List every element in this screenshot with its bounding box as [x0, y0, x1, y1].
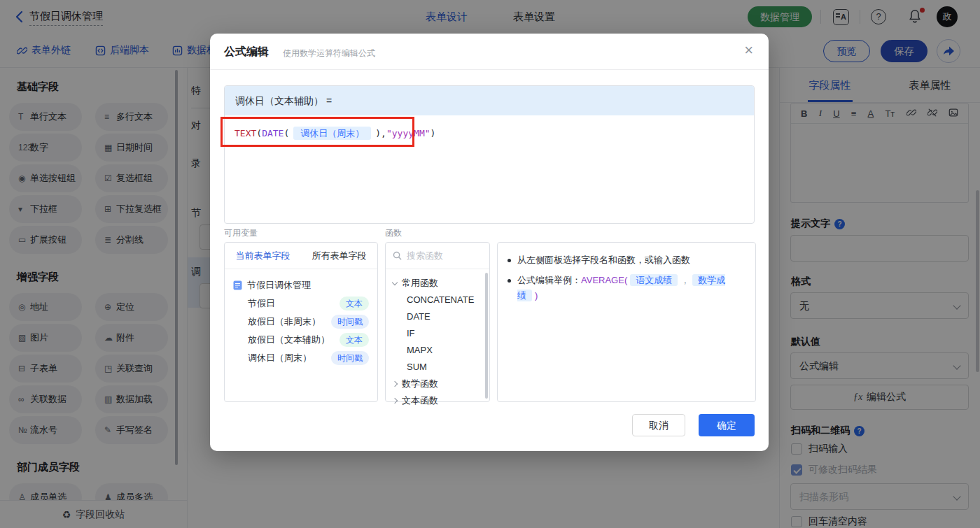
- help-bullet-1: 从左侧面板选择字段名和函数，或输入函数: [507, 252, 746, 268]
- function-search-input[interactable]: [407, 250, 477, 261]
- formula-token: TEXT: [234, 128, 256, 138]
- field-name: 调休日（周末）: [248, 352, 312, 364]
- variables-panel: 当前表单字段 所有表单字段 节假日调休管理 节假日文本放假日（非周末）时间戳放假…: [224, 242, 378, 402]
- formula-token: (: [284, 128, 289, 138]
- cancel-button[interactable]: 取消: [632, 414, 685, 436]
- formula-help-panel: 从左侧面板选择字段名和函数，或输入函数 公式编辑举例：AVERAGE(语文成绩，…: [497, 242, 756, 402]
- function-item[interactable]: SUM: [393, 359, 489, 376]
- formula-token: ): [375, 128, 381, 138]
- function-search[interactable]: [386, 243, 489, 269]
- functions-panel: 常用函数CONCATENATEDATEIFMAPXSUM数学函数文本函数: [385, 242, 490, 402]
- document-icon: [233, 280, 242, 290]
- variables-tabs: 当前表单字段 所有表单字段: [225, 243, 377, 269]
- formula-field-chip[interactable]: 调休日（周末）: [293, 127, 371, 140]
- formula-token: ,: [381, 128, 386, 138]
- function-group[interactable]: 数学函数: [393, 376, 489, 392]
- help-bullet-2: 公式编辑举例：AVERAGE(语文成绩，数学成绩): [507, 273, 746, 304]
- function-group-name: 文本函数: [402, 394, 438, 407]
- function-list: 常用函数CONCATENATEDATEIFMAPXSUM数学函数文本函数: [386, 269, 489, 409]
- function-item[interactable]: CONCATENATE: [393, 292, 489, 308]
- search-icon: [393, 251, 402, 260]
- formula-editor[interactable]: 调休日（文本辅助） = TEXT(DATE(调休日（周末）),"yyyyMM"): [224, 85, 755, 224]
- example-field-chip[interactable]: 语文成绩: [630, 274, 678, 286]
- function-item[interactable]: DATE: [393, 308, 489, 325]
- field-type-badge: 时间戳: [331, 351, 369, 365]
- tree-form-node[interactable]: 节假日调休管理: [233, 276, 369, 294]
- close-icon[interactable]: ×: [744, 43, 753, 58]
- field-name: 放假日（非周末）: [248, 315, 321, 328]
- variables-tree: 节假日调休管理 节假日文本放假日（非周末）时间戳放假日（文本辅助）文本调休日（周…: [225, 269, 377, 367]
- field-name: 节假日: [248, 297, 275, 310]
- function-group[interactable]: 文本函数: [393, 392, 489, 409]
- app-root: 节假日调休管理 表单设计 表单设置 数据管理 A ? 政 表单外链 后端脚本 数…: [0, 0, 980, 528]
- tree-field-row[interactable]: 放假日（文本辅助）文本: [233, 331, 369, 349]
- formula-token: DATE: [262, 128, 284, 138]
- formula-target-field: 调休日（文本辅助） =: [225, 86, 754, 115]
- modal-title: 公式编辑: [224, 45, 269, 59]
- tree-field-row[interactable]: 放假日（非周末）时间戳: [233, 313, 369, 331]
- field-type-badge: 文本: [340, 333, 369, 347]
- formula-token: ): [430, 128, 436, 138]
- function-group-name: 常用函数: [402, 277, 438, 290]
- tab-current-form-fields[interactable]: 当前表单字段: [236, 250, 290, 262]
- field-name: 放假日（文本辅助）: [248, 334, 330, 346]
- formula-edit-modal: 公式编辑 使用数学运算符编辑公式 × 调休日（文本辅助） = TEXT(DATE…: [210, 34, 769, 451]
- field-type-badge: 时间戳: [331, 315, 369, 329]
- functions-label: 函数: [385, 227, 402, 239]
- tree-field-row[interactable]: 节假日文本: [233, 294, 369, 313]
- chevron-right-icon: [392, 381, 398, 387]
- formula-expression[interactable]: TEXT(DATE(调休日（周末）),"yyyyMM"): [225, 115, 754, 152]
- function-list-scrollbar[interactable]: [485, 273, 488, 399]
- tab-all-form-fields[interactable]: 所有表单字段: [312, 250, 367, 262]
- modal-subtitle: 使用数学运算符编辑公式: [283, 48, 375, 59]
- tree-field-rows: 节假日文本放假日（非周末）时间戳放假日（文本辅助）文本调休日（周末）时间戳: [233, 294, 369, 367]
- function-group[interactable]: 常用函数: [393, 275, 489, 292]
- function-group-name: 数学函数: [402, 378, 438, 390]
- formula-token: "yyyyMM": [386, 128, 430, 138]
- chevron-right-icon: [392, 398, 398, 404]
- formula-token: (: [256, 128, 262, 138]
- example-function-name: AVERAGE(: [581, 275, 627, 285]
- function-item[interactable]: MAPX: [393, 342, 489, 359]
- chevron-down-icon: [392, 279, 398, 285]
- field-type-badge: 文本: [340, 297, 369, 311]
- confirm-button[interactable]: 确定: [699, 414, 755, 436]
- tree-field-row[interactable]: 调休日（周末）时间戳: [233, 349, 369, 367]
- modal-header: 公式编辑 使用数学运算符编辑公式 ×: [210, 34, 769, 70]
- variables-label: 可用变量: [224, 227, 258, 239]
- function-item[interactable]: IF: [393, 325, 489, 342]
